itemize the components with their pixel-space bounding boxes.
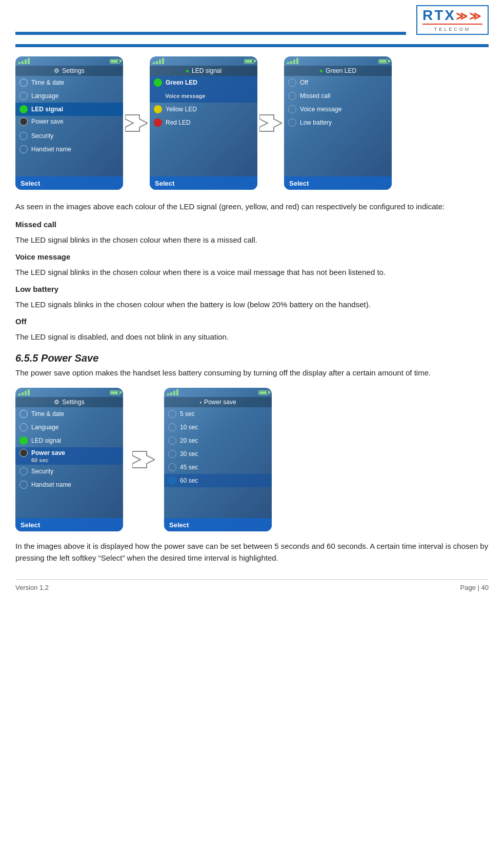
red-led-icon [154, 118, 162, 127]
phone-title-label-3: Green LED [326, 67, 356, 74]
led-red-item: Red LED [150, 116, 257, 129]
phone-title-p2: ▪ Power save [164, 397, 272, 407]
led-yellow-item: Yellow LED [150, 103, 257, 116]
yellow-led-icon [154, 105, 162, 113]
phone-screen-green: ● Green LED Off Missed call Voice messag… [284, 66, 392, 190]
battery-p2 [258, 390, 269, 395]
power-title-icon: ▪ [199, 400, 201, 405]
telecom-label: TELECOM [434, 27, 471, 32]
select-bar-p1: Select [15, 518, 123, 531]
phone-menu-1: Time & date Language LED signal Power sa… [15, 76, 123, 176]
page-number: Page | 40 [460, 584, 489, 591]
ps-45sec: 45 sec [164, 461, 272, 474]
ps-30sec: 30 sec [164, 447, 272, 461]
low-battery-title: Low battery [15, 284, 489, 295]
p1-handset-icon [19, 481, 28, 489]
status-bar-3 [284, 56, 392, 66]
page-footer: Version 1.2 Page | 40 [15, 579, 489, 591]
handset-icon [19, 145, 28, 153]
phone-menu-p1: Time & date Language LED signal Power sa… [15, 407, 123, 518]
p1-security: Security [15, 465, 123, 478]
p1-led: LED signal [15, 434, 123, 447]
top-bar [15, 44, 489, 47]
svg-marker-2 [132, 451, 155, 468]
p1-time: Time & date [15, 407, 123, 421]
p1-power: Power save 60 sec [15, 447, 123, 465]
intro-text: As seen in the images above each colour … [15, 201, 489, 213]
gear-icon-p1: ⚙ [54, 399, 59, 406]
status-bar-1 [15, 56, 123, 66]
phone-title-p1: ⚙ Settings [15, 397, 123, 407]
arrow-2 [257, 113, 284, 133]
signal-bars-p1 [18, 389, 30, 395]
phone-settings-main: ⚙ Settings Time & date Language LED sign… [15, 56, 123, 190]
lang-icon [19, 92, 28, 100]
menu-item-handset: Handset name [15, 143, 123, 156]
select-bar-1: Select [15, 176, 123, 190]
power-save-caption: In the images above it is displayed how … [15, 541, 489, 564]
p1-language: Language [15, 421, 123, 434]
green-off-item: Off [284, 76, 392, 89]
signal-bars-1 [18, 58, 30, 64]
ps-5sec: 5 sec [164, 407, 272, 421]
power-save-intro: The power save option makes the handset … [15, 367, 489, 379]
missed-call-body: The LED signal blinks in the chosen colo… [15, 234, 489, 246]
missed-radio-icon [288, 92, 296, 100]
ps-20sec-icon [168, 437, 176, 445]
menu-item-power: Power save [15, 116, 123, 129]
signal-bars-2 [153, 58, 164, 64]
phone-screen-led: ● LED signal Green LED Voice message Yel… [150, 66, 257, 190]
battery-p1 [110, 390, 120, 395]
p1-security-icon [19, 467, 28, 475]
logo-container: RTX≫≫ TELECOM [416, 5, 489, 35]
page-header: RTX≫≫ TELECOM [15, 5, 489, 35]
p1-clock-icon [19, 410, 28, 418]
off-title: Off [15, 316, 489, 328]
battery-3 [378, 59, 389, 64]
signal-bars-p2 [167, 389, 178, 395]
phones-row-2: ⚙ Settings Time & date Language LED sign… [15, 388, 489, 531]
arrow-power [123, 449, 164, 470]
voice-message-body: The LED signal blinks in the chosen colo… [15, 267, 489, 279]
ps-60sec: 60 sec [164, 474, 272, 487]
menu-item-led: LED signal [15, 103, 123, 116]
phone-title-1: ⚙ Settings [15, 66, 123, 76]
svg-marker-0 [125, 115, 148, 131]
version-label: Version 1.2 [15, 584, 49, 591]
green-led-title-icon: ● [319, 67, 323, 74]
ps-30sec-icon [168, 450, 176, 458]
ps-60sec-icon [168, 477, 176, 485]
signal-bars-3 [287, 58, 298, 64]
menu-item-time: Time & date [15, 76, 123, 89]
p1-handset: Handset name [15, 478, 123, 491]
phone-menu-3: Off Missed call Voice message Low batter… [284, 76, 392, 176]
menu-item-security: Security [15, 129, 123, 143]
status-bar-p2 [164, 388, 272, 397]
led-title-icon: ● [186, 67, 189, 74]
green-led-icon [154, 78, 162, 87]
phone-title-label-2: LED signal [192, 67, 221, 74]
arrow-1 [123, 113, 150, 133]
led-green-item: Green LED [150, 76, 257, 89]
power-icon [19, 117, 28, 126]
missed-call-title: Missed call [15, 219, 489, 231]
voice-radio-icon [288, 105, 296, 113]
select-bar-2: Select [150, 176, 257, 190]
rtx-logo: RTX≫≫ [422, 8, 482, 23]
phone-settings-power: ⚙ Settings Time & date Language LED sign… [15, 388, 123, 531]
phone-green-led: ● Green LED Off Missed call Voice messag… [284, 56, 392, 190]
off-body: The LED signal is disabled, and does not… [15, 331, 489, 343]
ps-5sec-icon [168, 410, 176, 418]
green-voice-item: Voice message [284, 103, 392, 116]
led-icon [19, 105, 28, 113]
menu-item-language: Language [15, 89, 123, 103]
ps-45sec-icon [168, 463, 176, 471]
ps-10sec-icon [168, 423, 176, 431]
phone-screen-power-options: ▪ Power save 5 sec 10 sec 20 sec [164, 397, 272, 531]
p1-led-icon [19, 437, 28, 445]
phone-title-3: ● Green LED [284, 66, 392, 76]
select-bar-p2: Select [164, 518, 272, 531]
phone-screen-settings-power: ⚙ Settings Time & date Language LED sign… [15, 397, 123, 531]
phone-screen-settings: ⚙ Settings Time & date Language LED sign… [15, 66, 123, 190]
security-icon [19, 132, 28, 140]
